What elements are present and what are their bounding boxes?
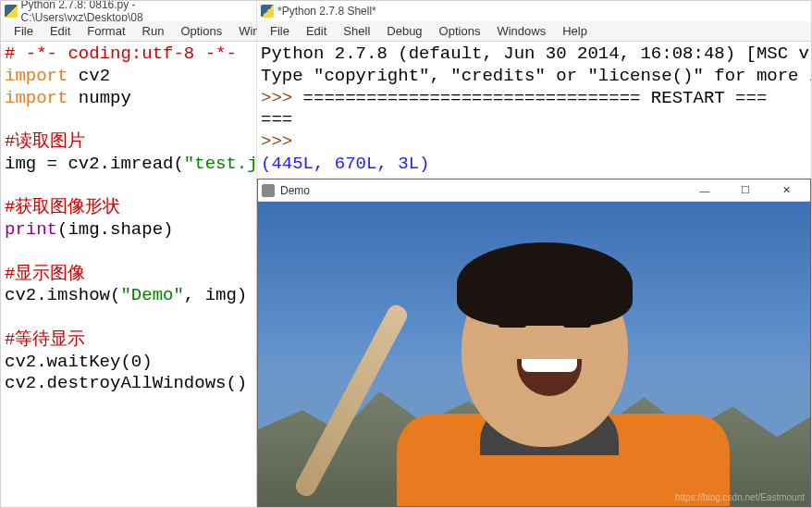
menu-windows[interactable]: Windows [489, 22, 553, 40]
code-line: print(img.shape) [5, 219, 252, 242]
shell-prompt: >>> [261, 131, 809, 154]
person-teeth [522, 359, 577, 372]
demo-titlebar[interactable]: Demo — ☐ ✕ [258, 180, 810, 202]
shell-menubar: File Edit Shell Debug Options Windows He… [257, 21, 812, 42]
menu-debug[interactable]: Debug [379, 22, 429, 40]
person-eye [563, 322, 591, 328]
menu-run[interactable]: Run [135, 22, 172, 40]
menu-shell[interactable]: Shell [336, 22, 377, 40]
app-icon [262, 184, 275, 197]
code-blank [5, 176, 252, 198]
code-blank [5, 242, 252, 264]
shell-output: (445L, 670L, 3L) [261, 154, 809, 176]
demo-title: Demo [280, 184, 310, 197]
code-blank [5, 109, 252, 131]
python-icon [261, 5, 274, 18]
shell-line: === [261, 109, 809, 131]
menu-edit[interactable]: Edit [299, 22, 334, 40]
code-line: cv2.imshow("Demo", img) [5, 285, 252, 307]
editor-titlebar[interactable]: Python 2.7.8: 0816.py - C:\Users\yxz\Des… [1, 1, 256, 21]
python-icon [5, 5, 18, 18]
close-button[interactable]: ✕ [766, 180, 806, 201]
person-eye [498, 322, 526, 328]
menu-format[interactable]: Format [80, 22, 132, 40]
editor-window: Python 2.7.8: 0816.py - C:\Users\yxz\Des… [1, 1, 257, 508]
menu-help[interactable]: Help [555, 22, 595, 40]
shell-line: >>> ================================ RES… [261, 88, 809, 110]
code-line: cv2.waitKey(0) [5, 352, 252, 374]
watermark: https://blog.csdn.net/Eastmount [675, 492, 805, 502]
code-line: cv2.destroyAllWindows() [5, 373, 252, 395]
code-line: #读取图片 [5, 131, 252, 154]
code-line: import cv2 [5, 66, 252, 88]
demo-window[interactable]: Demo — ☐ ✕ https://blog.csdn.net/Eastmou… [257, 179, 811, 507]
menu-options[interactable]: Options [173, 22, 229, 40]
menu-options[interactable]: Options [432, 22, 488, 40]
window-buttons: — ☐ ✕ [684, 180, 806, 201]
maximize-button[interactable]: ☐ [725, 180, 766, 201]
menu-file[interactable]: File [6, 22, 41, 40]
code-line: # -*- coding:utf-8 -*- [5, 43, 252, 66]
code-blank [5, 307, 252, 329]
demo-image: https://blog.csdn.net/Eastmount [258, 202, 810, 506]
shell-title: *Python 2.7.8 Shell* [277, 5, 376, 18]
menu-edit[interactable]: Edit [43, 22, 78, 40]
menu-file[interactable]: File [263, 22, 297, 40]
shell-titlebar[interactable]: *Python 2.7.8 Shell* [257, 1, 812, 21]
code-line: #等待显示 [5, 329, 252, 352]
editor-menubar: File Edit Format Run Options Windows H [1, 21, 256, 42]
shell-banner: Python 2.7.8 (default, Jun 30 2014, 16:0… [261, 43, 809, 66]
code-line: #获取图像形状 [5, 197, 252, 219]
code-line: #显示图像 [5, 264, 252, 286]
editor-content[interactable]: # -*- coding:utf-8 -*- import cv2 import… [1, 42, 256, 508]
minimize-button[interactable]: — [684, 180, 725, 201]
code-line: import numpy [5, 88, 252, 110]
shell-banner: Type "copyright", "credits" or "license(… [261, 66, 809, 88]
code-line: img = cv2.imread("test.jpg", [5, 154, 252, 176]
person-hair [457, 242, 633, 326]
